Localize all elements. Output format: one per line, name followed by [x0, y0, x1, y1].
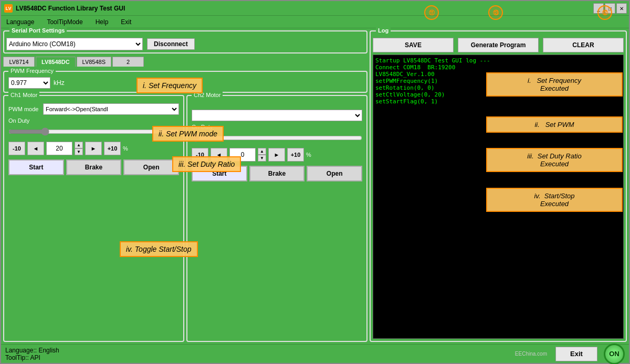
tab-lv8548s[interactable]: LV8548S [77, 57, 111, 67]
menu-tooltipmode[interactable]: ToolTipMode [45, 17, 85, 27]
ch1-brake-button[interactable]: Brake [66, 159, 122, 175]
ch1-right-arrow-button[interactable]: ► [85, 142, 102, 155]
log-section-label: Log [376, 27, 391, 34]
ch2-pwm-mode-row [192, 99, 362, 121]
ch2-percent-label: % [306, 152, 311, 158]
menu-language[interactable]: Language [4, 17, 36, 27]
ch1-pwm-mode-label: PWM mode [8, 106, 40, 112]
log-buttons-row: SAVE Generate Program CLEAR [373, 34, 624, 52]
ch1-spin-down[interactable]: ▼ [75, 148, 83, 155]
port-select[interactable]: Arduino Micro (COM18) [6, 38, 143, 50]
exit-button[interactable]: Exit [555, 347, 597, 361]
serial-settings-row: Arduino Micro (COM18) Disconnect [6, 34, 364, 50]
tooltip-value: API [30, 354, 40, 361]
ch2-spin-up[interactable]: ▲ [258, 148, 266, 155]
app-icon: LV [4, 4, 13, 13]
ch1-start-button[interactable]: Start [8, 159, 64, 175]
status-bar: Language:: English ToolTip:: API EEChina… [1, 344, 629, 363]
ch1-open-button[interactable]: Open [123, 159, 179, 175]
on-badge: ON [604, 344, 625, 365]
pwm-freq-label: PWM Frequency [8, 68, 56, 74]
annotation-set-freq-executed: i. Set FrequencyExecuted [486, 72, 623, 97]
save-button[interactable]: SAVE [373, 38, 454, 52]
language-status: Language:: English [5, 347, 59, 354]
status-info: Language:: English ToolTip:: API [5, 347, 59, 361]
annotation-set-duty-ratio: iii. Set Duty Ratio [172, 156, 241, 172]
menu-help[interactable]: Help [93, 17, 111, 27]
language-value: English [38, 347, 59, 354]
generate-program-button[interactable]: Generate Program [458, 38, 539, 52]
ch1-pwm-mode-select[interactable]: Forward<->Open(Standl [43, 103, 179, 115]
menu-exit[interactable]: Exit [119, 17, 133, 27]
tooltip-label: ToolTip:: [5, 354, 29, 361]
serial-settings-section: Serial Port Settings Arduino Micro (COM1… [3, 30, 368, 53]
annotation-set-duty-executed: iii. Set Duty RatioExecuted [486, 148, 623, 172]
freq-unit: kHz [54, 79, 65, 87]
ch1-duty-spin: ▲ ▼ [75, 142, 83, 155]
annotation-set-pwm-executed: ii. Set PWM [486, 116, 623, 133]
ch2-open-button[interactable]: Open [307, 166, 362, 181]
annotation-toggle-start: iv. Toggle Start/Stop [120, 241, 198, 257]
frequency-select[interactable]: 0.977 [8, 77, 50, 89]
tooltip-status: ToolTip:: API [5, 354, 59, 361]
menu-bar: Language ToolTipMode Help Exit [1, 16, 629, 28]
ch2-brake-button[interactable]: Brake [249, 166, 305, 181]
serial-section-label: Serial Port Settings [9, 27, 67, 34]
ch1-percent-label: % [123, 145, 128, 152]
ch1-plus10-button[interactable]: +10 [104, 142, 121, 155]
window-title: LV8548DC Function Library Test GUI [16, 5, 125, 12]
title-bar: LV LV8548DC Function Library Test GUI _ … [1, 1, 629, 16]
annotation-set-pwm-mode: ii. Set PWM mode [152, 126, 224, 142]
tab-lv8548dc[interactable]: LV8548DC [36, 57, 76, 67]
ch1-minus10-button[interactable]: -10 [8, 142, 25, 155]
tab-lv8714[interactable]: LV8714 [3, 57, 35, 67]
circle-13-icon: ⑬ [488, 5, 503, 20]
ch2-right-arrow-button[interactable]: ► [268, 148, 285, 162]
ch2-duty-spin: ▲ ▼ [258, 148, 266, 162]
circle-11-icon: ⑪ [424, 5, 439, 20]
language-label: Language:: [5, 347, 37, 354]
ch1-motor-label: Ch1 Motor [8, 92, 39, 98]
ch1-left-arrow-button[interactable]: ◄ [27, 142, 44, 155]
ch2-plus10-button[interactable]: +10 [287, 148, 304, 162]
ch1-action-buttons: Start Brake Open [8, 159, 179, 175]
ch1-duty-input[interactable] [46, 142, 72, 155]
ch1-pwm-mode-row: PWM mode Forward<->Open(Standl [8, 99, 179, 115]
disconnect-button[interactable]: Disconnect [147, 38, 195, 50]
ch2-pwm-mode-select[interactable] [192, 110, 362, 121]
clear-button[interactable]: CLEAR [543, 38, 624, 52]
close-button[interactable]: ✕ [616, 3, 627, 14]
ch1-duty-controls: -10 ◄ ▲ ▼ ► +10 % [8, 142, 179, 155]
brand-label: EEChina.com [515, 351, 549, 357]
annotation-set-frequency: i. Set Frequency [136, 78, 203, 93]
ch1-on-duty-label: On Duty [8, 117, 179, 124]
tabs-bar: LV8714 LV8548DC LV8548S 2 [3, 56, 368, 67]
tab-2[interactable]: 2 [112, 57, 144, 67]
circle-12-icon: ⑫ [597, 5, 612, 20]
ch2-spin-down[interactable]: ▼ [258, 155, 266, 162]
ch1-spin-up[interactable]: ▲ [75, 142, 83, 148]
annotation-start-stop-executed: iv. Start/StopExecuted [486, 188, 623, 212]
